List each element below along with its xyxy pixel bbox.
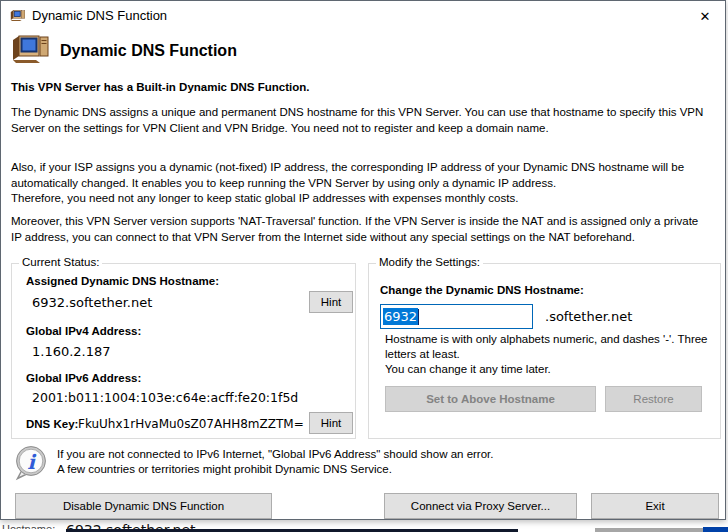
- info-text: If you are not connected to IPv6 Interne…: [57, 445, 493, 485]
- dns-key-label: DNS Key:: [26, 418, 78, 430]
- paragraph-dynamic-ip: Also, if your ISP assigns you a dynamic …: [11, 160, 711, 207]
- hostname-rule-note: Hostname is with only alphabets numeric,…: [385, 332, 715, 362]
- change-hostname-label: Change the Dynamic DNS Hostname:: [380, 284, 584, 296]
- domain-suffix-label: .softether.net: [545, 309, 632, 324]
- titlebar[interactable]: Dynamic DNS Function ✕: [1, 1, 725, 31]
- current-status-group-label: Current Status:: [19, 256, 102, 268]
- text-caret: [418, 309, 419, 325]
- dynamic-dns-dialog: Dynamic DNS Function ✕ Dynamic DNS Funct…: [0, 0, 726, 520]
- close-icon[interactable]: ✕: [694, 5, 716, 27]
- restore-button[interactable]: Restore: [605, 386, 702, 412]
- computer-icon: [11, 34, 51, 68]
- background-gray-bar: [595, 528, 703, 532]
- dialog-header: Dynamic DNS Function: [11, 35, 237, 67]
- info-line-countries: A few countries or territories might pro…: [57, 462, 493, 477]
- screen: Hostname: 6932.softether.net Dynamic DNS…: [0, 0, 728, 532]
- hint-hostname-button[interactable]: Hint: [309, 291, 353, 313]
- ipv4-label: Global IPv4 Address:: [26, 325, 141, 337]
- modify-settings-group: Modify the Settings: Change the Dynamic …: [368, 263, 721, 439]
- background-blue-bar: [703, 527, 728, 532]
- disable-ddns-button[interactable]: Disable Dynamic DNS Function: [15, 493, 272, 519]
- hostname-value: 6932.softether.net: [32, 295, 152, 310]
- modify-settings-group-label: Modify the Settings:: [376, 256, 483, 268]
- hint-dns-key-button[interactable]: Hint: [309, 412, 353, 434]
- paragraph-nat-traversal: Moreover, this VPN Server version suppor…: [11, 214, 711, 245]
- info-bubble-icon: i: [13, 445, 49, 485]
- current-status-group: Current Status: Assigned Dynamic DNS Hos…: [11, 263, 356, 439]
- info-line-ipv6: If you are not connected to IPv6 Interne…: [57, 447, 493, 462]
- paragraph-unique-hostname: The Dynamic DNS assigns a unique and per…: [11, 105, 711, 136]
- intro-bold-line: This VPN Server has a Built-in Dynamic D…: [11, 80, 711, 96]
- computer-icon: [10, 8, 26, 27]
- ipv4-value: 1.160.2.187: [32, 344, 111, 359]
- hostname-label: Assigned Dynamic DNS Hostname:: [26, 275, 219, 287]
- dns-key-value: FkuUhx1rHvaMu0sZ07AHH8mZZTM=: [78, 417, 304, 431]
- paragraph-dynamic-ip-line2: Therefore, you need not any longer to ke…: [11, 191, 711, 207]
- set-hostname-button[interactable]: Set to Above Hostname: [385, 386, 596, 412]
- paragraph-dynamic-ip-line1: Also, if your ISP assigns you a dynamic …: [11, 160, 711, 191]
- background-window: Hostname: 6932.softether.net: [0, 520, 728, 532]
- background-clipped-label: Hostname:: [2, 523, 55, 529]
- window-title: Dynamic DNS Function: [32, 8, 167, 23]
- hostname-input-selected-text: 6932: [383, 308, 418, 325]
- ipv6-label: Global IPv6 Address:: [26, 372, 141, 384]
- proxy-server-button[interactable]: Connect via Proxy Server...: [384, 493, 577, 519]
- hostname-change-note: You can change it any time later.: [385, 362, 715, 377]
- page-title: Dynamic DNS Function: [60, 42, 237, 60]
- ipv6-value: 2001:b011:1004:103e:c64e:acff:fe20:1f5d: [32, 390, 298, 405]
- background-clipped-hostname: 6932.softether.net: [66, 522, 196, 529]
- info-note: i If you are not connected to IPv6 Inter…: [13, 445, 493, 485]
- exit-button[interactable]: Exit: [591, 493, 719, 519]
- hostname-input[interactable]: 6932: [380, 304, 533, 329]
